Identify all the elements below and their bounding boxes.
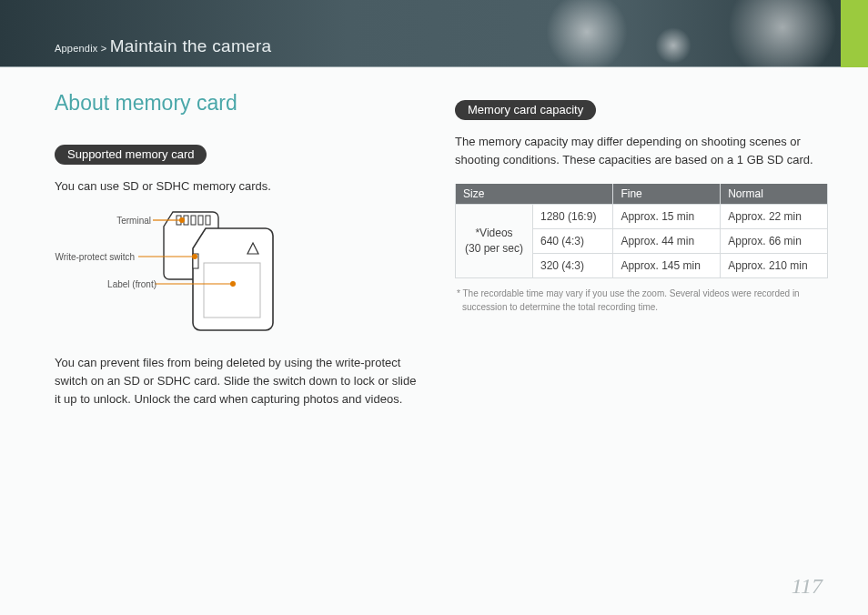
footnote: * The recordable time may vary if you us… <box>455 287 828 314</box>
label-write-protect: Write-protect switch <box>55 252 135 262</box>
page-number: 117 <box>792 574 823 599</box>
rowhead-videos: *Videos (30 per sec) <box>456 205 533 278</box>
header-bar: Appendix > Maintain the camera <box>0 0 868 67</box>
cell-size: 1280 (16:9) <box>533 205 613 229</box>
svg-rect-2 <box>191 216 196 225</box>
capacity-table: Size Fine Normal *Videos (30 per sec) 12… <box>455 184 828 278</box>
svg-point-8 <box>180 218 185 223</box>
cell-fine: Approx. 145 min <box>613 254 721 278</box>
svg-rect-3 <box>198 216 203 225</box>
cell-size: 320 (4:3) <box>533 254 613 278</box>
sd-card-diagram: Terminal Write-protect switch Label (fro… <box>55 210 291 338</box>
left-column: About memory card Supported memory card … <box>55 91 419 424</box>
breadcrumb: Appendix > Maintain the camera <box>55 36 271 56</box>
side-tab <box>841 0 868 67</box>
th-fine: Fine <box>613 184 721 205</box>
label-terminal: Terminal <box>71 216 151 226</box>
pill-memory-card-capacity: Memory card capacity <box>455 100 596 120</box>
th-size: Size <box>456 184 613 205</box>
svg-point-12 <box>231 282 236 287</box>
cell-fine: Approx. 44 min <box>613 229 721 254</box>
right-column: Memory card capacity The memory capacity… <box>455 91 828 314</box>
breadcrumb-prefix: Appendix > <box>55 43 106 54</box>
pill-supported-memory-card: Supported memory card <box>55 145 207 165</box>
svg-rect-4 <box>206 216 210 225</box>
cell-normal: Approx. 66 min <box>721 229 828 254</box>
write-protect-text: You can prevent files from being deleted… <box>55 354 419 408</box>
page-title: About memory card <box>55 91 419 116</box>
th-normal: Normal <box>721 184 828 205</box>
capacity-intro: The memory capacity may differ depending… <box>455 133 828 169</box>
sd-card-icon <box>55 210 291 338</box>
cell-size: 640 (4:3) <box>533 229 613 254</box>
label-front: Label (front) <box>76 279 156 289</box>
cell-normal: Approx. 210 min <box>721 254 828 278</box>
intro-text: You can use SD or SDHC memory cards. <box>55 177 419 196</box>
svg-point-10 <box>193 255 197 259</box>
breadcrumb-section: Maintain the camera <box>110 36 272 55</box>
page-body: About memory card Supported memory card … <box>55 91 823 588</box>
cell-normal: Approx. 22 min <box>721 205 828 229</box>
cell-fine: Approx. 15 min <box>613 205 721 229</box>
rowhead-line2: (30 per sec) <box>465 242 523 255</box>
rowhead-line1: *Videos <box>475 227 512 239</box>
